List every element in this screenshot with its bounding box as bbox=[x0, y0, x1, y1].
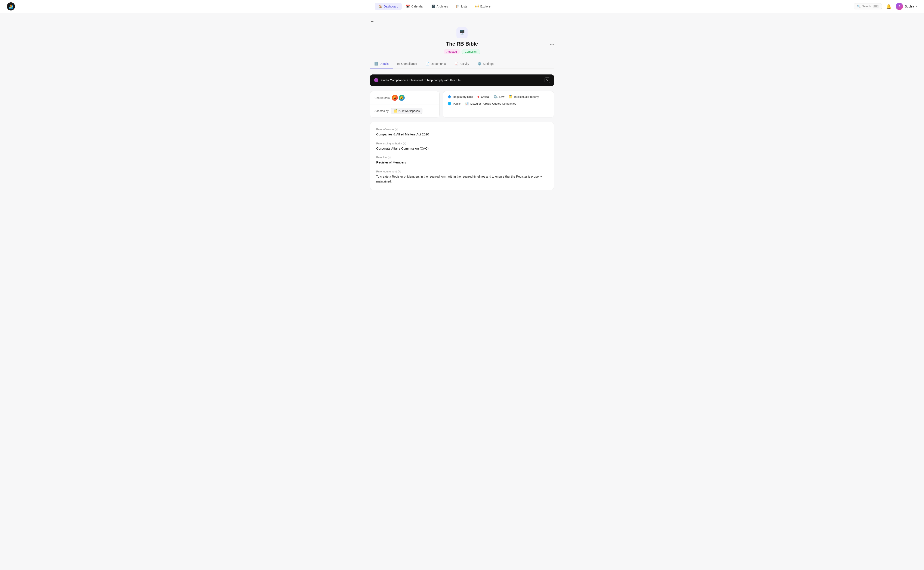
activity-tab-icon: 📈 bbox=[454, 62, 458, 66]
promo-close-button[interactable]: ✕ bbox=[545, 77, 550, 83]
search-label: Search bbox=[862, 5, 871, 8]
law-icon: ⚖️ bbox=[494, 95, 498, 99]
nav-lists-label: Lists bbox=[461, 5, 467, 8]
rule-requirement-value: To create a Register of Members in the r… bbox=[376, 174, 548, 184]
tag-ip: 🗂️ Intellectual Property bbox=[509, 95, 539, 99]
tab-compliance[interactable]: ⊞ Compliance bbox=[393, 60, 421, 69]
tag-ip-label: Intellectual Property bbox=[514, 95, 539, 98]
nav-calendar-label: Calendar bbox=[411, 5, 424, 8]
explore-icon: 🧭 bbox=[475, 5, 479, 8]
rule-reference-value: Companies & Allied Matters Act 2020 bbox=[376, 132, 548, 137]
back-button[interactable]: ← bbox=[370, 19, 374, 24]
lists-icon: 📋 bbox=[456, 5, 460, 8]
nav-dashboard-label: Dashboard bbox=[384, 5, 398, 8]
rule-reference-field: Rule reference i Companies & Allied Matt… bbox=[376, 128, 548, 137]
promo-icon: 🟣 bbox=[374, 78, 379, 83]
main-page: ← 🖥️ The RB Bible ••• Adopted Compliant … bbox=[366, 13, 558, 203]
notifications-button[interactable]: 🔔 bbox=[885, 3, 892, 10]
compliance-tab-icon: ⊞ bbox=[397, 62, 400, 66]
doc-icon: 🖥️ bbox=[459, 30, 465, 35]
listed-icon: 📊 bbox=[465, 102, 469, 106]
rule-title-info-icon: i bbox=[388, 156, 391, 159]
tab-settings[interactable]: ⚙️ Settings bbox=[473, 60, 498, 69]
tab-documents[interactable]: 📄 Documents bbox=[421, 60, 450, 69]
tag-listed: 📊 Listed or Publicly Quoted Companies bbox=[465, 102, 516, 106]
details-tab-icon: ℹ️ bbox=[374, 62, 378, 66]
back-arrow-icon: ← bbox=[370, 19, 374, 24]
tags-grid: 🔷 Regulatory Rule ● Critical ⚖️ Law 🗂️ I… bbox=[443, 91, 554, 109]
rule-issuing-label: Rule issuing authority i bbox=[376, 142, 548, 145]
contributors-label: Contributors bbox=[375, 96, 390, 100]
tag-regulatory: 🔷 Regulatory Rule bbox=[447, 95, 473, 99]
nav-archives-label: Archives bbox=[436, 5, 448, 8]
tag-listed-label: Listed or Publicly Quoted Companies bbox=[470, 102, 516, 105]
public-icon: 🌐 bbox=[447, 102, 451, 106]
workspace-pill[interactable]: 🗂️ 2.5k Workspaces bbox=[391, 108, 422, 114]
rule-requirement-info-icon: i bbox=[398, 170, 401, 173]
details-tab-label: Details bbox=[379, 62, 389, 66]
bell-icon: 🔔 bbox=[886, 4, 892, 9]
ip-icon: 🗂️ bbox=[509, 95, 513, 99]
nav-lists[interactable]: 📋 Lists bbox=[452, 3, 471, 10]
activity-tab-label: Activity bbox=[460, 62, 469, 66]
more-options-button[interactable]: ••• bbox=[550, 43, 554, 47]
calendar-icon: 📅 bbox=[406, 5, 410, 8]
navbar-right: 🔍 Search ⌘K 🔔 S Sophia ▾ bbox=[854, 3, 917, 10]
tab-details[interactable]: ℹ️ Details bbox=[370, 60, 393, 69]
tag-public: 🌐 Public bbox=[447, 102, 460, 106]
tab-activity[interactable]: 📈 Activity bbox=[450, 60, 473, 69]
rule-reference-info-icon: i bbox=[395, 128, 398, 131]
rule-title-label: Rule title i bbox=[376, 156, 548, 159]
chevron-down-icon: ▾ bbox=[916, 5, 917, 8]
dashboard-icon: 🏠 bbox=[378, 5, 382, 8]
nav-archives[interactable]: 🗄️ Archives bbox=[428, 3, 451, 10]
contributor-avatars: 🤩 😊 bbox=[392, 95, 405, 101]
page-header: 🖥️ The RB Bible ••• Adopted Compliant bbox=[370, 27, 554, 54]
adopted-by-label: Adopted by bbox=[375, 109, 389, 113]
regulatory-icon: 🔷 bbox=[447, 95, 451, 99]
tag-law-label: Law bbox=[499, 95, 504, 98]
info-cards-row: Contributors 🤩 😊 Adopted by 🗂️ 2.5k Work… bbox=[370, 91, 554, 118]
critical-dot-icon: ● bbox=[477, 95, 480, 99]
close-icon: ✕ bbox=[546, 78, 549, 82]
settings-tab-label: Settings bbox=[483, 62, 494, 66]
navbar: 🏄 🏠 Dashboard 📅 Calendar 🗄️ Archives 📋 L… bbox=[0, 0, 924, 13]
status-badges: Adopted Compliant bbox=[370, 49, 554, 54]
settings-tab-icon: ⚙️ bbox=[477, 62, 481, 66]
rule-issuing-field: Rule issuing authority i Corporate Affai… bbox=[376, 142, 548, 151]
archives-icon: 🗄️ bbox=[431, 5, 435, 8]
search-icon: 🔍 bbox=[857, 5, 860, 8]
avatar: S bbox=[896, 3, 903, 10]
rule-issuing-value: Corporate Affairs Commission (CAC) bbox=[376, 146, 548, 151]
compliant-badge: Compliant bbox=[462, 49, 480, 54]
adopted-by-row: Adopted by 🗂️ 2.5k Workspaces bbox=[370, 104, 439, 117]
tab-bar: ℹ️ Details ⊞ Compliance 📄 Documents 📈 Ac… bbox=[370, 60, 554, 69]
contributors-card: Contributors 🤩 😊 Adopted by 🗂️ 2.5k Work… bbox=[370, 91, 439, 118]
nav-center: 🏠 Dashboard 📅 Calendar 🗄️ Archives 📋 Lis… bbox=[15, 3, 854, 10]
rule-issuing-info-icon: i bbox=[403, 142, 406, 145]
compliance-tab-label: Compliance bbox=[401, 62, 417, 66]
app-logo[interactable]: 🏄 bbox=[7, 2, 15, 11]
promo-text: Find a Compliance Professional to help c… bbox=[381, 78, 542, 82]
rule-title-value: Register of Members bbox=[376, 160, 548, 165]
tag-critical: ● Critical bbox=[477, 95, 490, 99]
nav-calendar[interactable]: 📅 Calendar bbox=[402, 3, 427, 10]
adopted-badge: Adopted bbox=[444, 49, 460, 54]
nav-dashboard[interactable]: 🏠 Dashboard bbox=[375, 3, 402, 10]
contributors-row: Contributors 🤩 😊 bbox=[370, 91, 439, 104]
nav-explore-label: Explore bbox=[480, 5, 490, 8]
logo-icon: 🏄 bbox=[9, 4, 13, 9]
more-icon: ••• bbox=[550, 43, 554, 47]
workspace-icon: 🗂️ bbox=[393, 109, 397, 113]
rule-requirement-label: Rule requirement i bbox=[376, 170, 548, 173]
nav-explore[interactable]: 🧭 Explore bbox=[472, 3, 494, 10]
tags-card: 🔷 Regulatory Rule ● Critical ⚖️ Law 🗂️ I… bbox=[443, 91, 554, 118]
workspace-count: 2.5k Workspaces bbox=[398, 109, 420, 113]
page-title: The RB Bible bbox=[446, 41, 478, 47]
search-bar[interactable]: 🔍 Search ⌘K bbox=[854, 3, 882, 9]
documents-tab-icon: 📄 bbox=[426, 62, 429, 66]
user-menu[interactable]: S Sophia ▾ bbox=[896, 3, 917, 10]
documents-tab-label: Documents bbox=[431, 62, 446, 66]
tag-law: ⚖️ Law bbox=[494, 95, 504, 99]
details-card: Rule reference i Companies & Allied Matt… bbox=[370, 122, 554, 190]
